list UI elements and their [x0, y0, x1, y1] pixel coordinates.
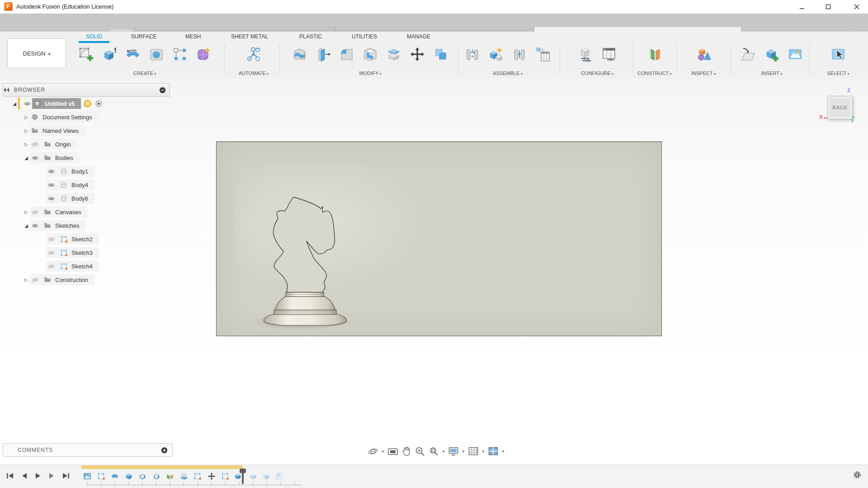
- browser-row-document[interactable]: ◢ Untitled v5 R: [3, 97, 170, 110]
- visibility-eye-icon[interactable]: [30, 222, 40, 230]
- ribbon-tab-utilities[interactable]: UTILITIES: [352, 33, 377, 40]
- timeline-feature-extrude-suppressed[interactable]: [248, 471, 258, 481]
- browser-row-body6[interactable]: Body6: [3, 192, 170, 205]
- browser-row-sketch4[interactable]: Sketch4: [3, 259, 170, 273]
- browser-row-canvases[interactable]: ▷ Canvases: [3, 205, 170, 219]
- browser-table-icon[interactable]: [533, 42, 553, 66]
- grid-display-icon[interactable]: [467, 446, 479, 457]
- browser-header[interactable]: BROWSER: [3, 83, 170, 97]
- press-pull-icon[interactable]: [289, 42, 310, 66]
- timeline-ruler[interactable]: [87, 481, 302, 485]
- offset-face-icon[interactable]: [313, 42, 334, 66]
- configure-icon[interactable]: [575, 42, 596, 66]
- visibility-eye-off-icon[interactable]: [30, 141, 40, 148]
- add-comment-icon[interactable]: [161, 447, 168, 454]
- visibility-eye-icon[interactable]: [22, 100, 32, 108]
- look-at-icon[interactable]: [387, 446, 399, 457]
- visibility-eye-off-icon[interactable]: [30, 208, 40, 216]
- comments-bar[interactable]: COMMENTS: [3, 443, 173, 457]
- timeline-feature-split-body[interactable]: [179, 471, 189, 481]
- browser-row-bodies[interactable]: ◢ Bodies: [3, 151, 170, 164]
- browser-row-origin[interactable]: ▷ Origin: [3, 137, 170, 151]
- insert-derive-icon[interactable]: [761, 42, 782, 66]
- visibility-eye-off-icon[interactable]: [30, 276, 40, 284]
- expander-expanded-icon[interactable]: ◢: [11, 101, 18, 106]
- ribbon-tab-surface[interactable]: SURFACE: [131, 33, 157, 40]
- timeline-feature-extrude[interactable]: [124, 471, 134, 481]
- browser-row-body4[interactable]: Body4: [3, 178, 170, 192]
- group-label-assemble[interactable]: ASSEMBLE: [460, 70, 555, 76]
- timeline-feature-fillet-suppressed[interactable]: [274, 471, 284, 481]
- expander-expanded-icon[interactable]: ◢: [23, 223, 30, 228]
- browser-row-body1[interactable]: Body1: [3, 164, 170, 178]
- move-copy-icon[interactable]: [407, 42, 428, 66]
- insert-import-icon[interactable]: [738, 42, 759, 66]
- revolve-icon[interactable]: [123, 42, 143, 66]
- new-component-icon[interactable]: [486, 42, 506, 66]
- expander-collapsed-icon[interactable]: ▷: [23, 277, 30, 282]
- maximize-button[interactable]: [818, 0, 839, 14]
- ribbon-tab-mesh[interactable]: MESH: [185, 33, 201, 40]
- view-cube-face-label[interactable]: BACK: [830, 99, 849, 116]
- create-sketch-icon[interactable]: [75, 42, 96, 66]
- shell-icon[interactable]: [360, 42, 381, 66]
- construction-plane-icon[interactable]: [644, 42, 665, 66]
- group-label-configure[interactable]: CONFIGURE: [563, 70, 631, 76]
- pan-icon[interactable]: [401, 446, 412, 457]
- viewports-icon[interactable]: [487, 446, 499, 457]
- timeline-feature-sketch[interactable]: [220, 471, 230, 481]
- split-body-icon[interactable]: [383, 42, 404, 66]
- orbit-caret-icon[interactable]: [381, 449, 385, 454]
- fit-caret-icon[interactable]: [441, 449, 446, 454]
- timeline-settings-gear-icon[interactable]: [853, 470, 862, 481]
- browser-row-document-settings[interactable]: ▷ Document Settings: [3, 110, 170, 124]
- automate-icon[interactable]: [243, 42, 264, 66]
- group-label-create[interactable]: CREATE: [68, 70, 222, 76]
- ribbon-tab-plastic[interactable]: PLASTIC: [299, 33, 322, 40]
- visibility-eye-icon[interactable]: [46, 168, 56, 175]
- insert-canvas-icon[interactable]: [785, 42, 806, 66]
- visibility-eye-icon[interactable]: [46, 181, 56, 189]
- expander-collapsed-icon[interactable]: ▷: [23, 128, 30, 133]
- browser-row-named-views[interactable]: ▷ Named Views: [3, 124, 170, 137]
- configuration-table-icon[interactable]: [599, 42, 619, 66]
- hole-icon[interactable]: [146, 42, 167, 66]
- group-label-inspect[interactable]: INSPECT: [678, 70, 729, 76]
- joint-icon[interactable]: [462, 42, 483, 66]
- fit-icon[interactable]: [428, 446, 439, 457]
- timeline-feature-move[interactable]: [207, 471, 217, 481]
- grid-caret-icon[interactable]: [481, 449, 486, 454]
- group-label-automate[interactable]: AUTOMATE: [227, 70, 280, 76]
- timeline-feature-extrude[interactable]: [137, 471, 147, 481]
- browser-row-sketch3[interactable]: Sketch3: [3, 246, 170, 259]
- display-caret-icon[interactable]: [461, 449, 466, 454]
- minimize-button[interactable]: [792, 0, 812, 14]
- visibility-eye-off-icon[interactable]: [46, 263, 56, 270]
- close-button[interactable]: [846, 0, 867, 14]
- expander-collapsed-icon[interactable]: ▷: [23, 142, 30, 147]
- fillet-icon[interactable]: [336, 42, 357, 66]
- expander-collapsed-icon[interactable]: ▷: [23, 115, 30, 120]
- workspace-selector[interactable]: DESIGN: [7, 38, 66, 68]
- viewports-caret-icon[interactable]: [501, 449, 505, 454]
- timeline-feature-mirror[interactable]: [165, 471, 175, 481]
- rectangular-pattern-icon[interactable]: [170, 42, 190, 66]
- combine-icon[interactable]: [430, 42, 451, 66]
- inspect-measure-icon[interactable]: [693, 42, 714, 66]
- timeline-step-back-button[interactable]: [19, 470, 30, 481]
- group-label-construct[interactable]: CONSTRUCT: [634, 70, 675, 76]
- timeline-feature-extrude[interactable]: [151, 471, 161, 481]
- browser-row-sketches[interactable]: ◢ Sketches: [3, 219, 170, 232]
- as-built-joint-icon[interactable]: [509, 42, 530, 66]
- extrude-icon[interactable]: [99, 42, 120, 66]
- group-label-select[interactable]: SELECT: [811, 70, 865, 76]
- visibility-eye-icon[interactable]: [46, 195, 56, 202]
- browser-collapse-all-icon[interactable]: [159, 87, 166, 94]
- timeline-feature-canvas[interactable]: [82, 471, 92, 481]
- orbit-icon[interactable]: [367, 446, 379, 457]
- timeline-feature-sketch[interactable]: [193, 471, 203, 481]
- timeline-feature-sketch[interactable]: [96, 471, 106, 481]
- chess-knight-model[interactable]: [249, 190, 375, 330]
- group-label-insert[interactable]: INSERT: [733, 70, 810, 76]
- ribbon-tab-solid[interactable]: SOLID: [86, 33, 102, 40]
